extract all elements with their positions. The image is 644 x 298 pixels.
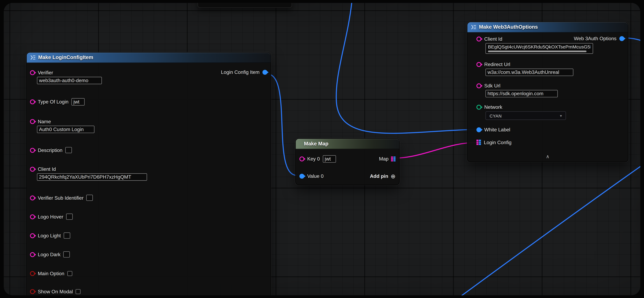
chevron-down-icon: ▾ (560, 114, 562, 118)
node-body: Login Config Item Verifier Type Of Login (27, 63, 270, 295)
input-row-show-on-modal: Show On Modal (30, 288, 266, 294)
show-on-modal-label: Show On Modal (38, 288, 73, 294)
output-row-web3auth-options: Web 3Auth Options (574, 36, 624, 42)
key0-field[interactable] (322, 155, 336, 162)
client-id-value: BEglQSgt4cUWcj6SKRdu5QkOXTsePmMcusG5EAoy… (488, 44, 591, 50)
white-label-label: White Label (484, 127, 510, 132)
description-pin[interactable] (30, 148, 35, 152)
key0-label: Key 0 (307, 156, 320, 162)
input-row-client-id: Client Id (30, 166, 266, 181)
input-row-white-label: White Label (476, 126, 624, 133)
input-row-verifier-sub-identifier: Verifier Sub Identifier (30, 195, 266, 201)
verifier-sub-identifier-field[interactable] (86, 195, 93, 201)
type-of-login-field[interactable] (72, 98, 84, 106)
login-config-pin[interactable] (476, 140, 481, 145)
node-body: Key 0 Map Value 0 Add pin ⊕ (296, 149, 399, 186)
client-id-label: Client Id (484, 36, 502, 42)
main-option-label: Main Option (38, 270, 64, 276)
offscreen-node-top[interactable] (198, 3, 292, 8)
show-on-modal-pin[interactable] (30, 289, 35, 294)
value0-label: Value 0 (307, 173, 324, 179)
logo-dark-label: Logo Dark (38, 252, 60, 257)
input-row-main-option: Main Option (30, 270, 266, 276)
node-title: Make LoginConfigItem (38, 54, 93, 60)
logo-dark-pin[interactable] (30, 252, 35, 257)
sdk-url-field[interactable] (486, 90, 558, 97)
map-output-label: Map (379, 156, 388, 162)
verifier-sub-identifier-label: Verifier Sub Identifier (38, 195, 84, 200)
add-pin-button[interactable]: Add pin ⊕ (370, 173, 396, 179)
input-row-type-of-login: Type Of Login (30, 98, 266, 106)
name-field[interactable] (37, 126, 94, 133)
sdk-url-pin[interactable] (476, 83, 482, 88)
main-option-pin[interactable] (30, 271, 35, 276)
map-row-key0: Key 0 Map (300, 154, 396, 164)
logo-dark-field[interactable] (64, 252, 70, 258)
logo-hover-pin[interactable] (30, 214, 35, 219)
input-row-name: Name (30, 118, 266, 133)
node-title: Make Map (304, 141, 328, 147)
client-id-pin[interactable] (30, 166, 35, 172)
main-option-checkbox[interactable] (67, 271, 72, 276)
verifier-pin[interactable] (30, 70, 35, 75)
output-pin-label: Web 3Auth Options (574, 36, 616, 42)
client-id-label: Client Id (38, 166, 56, 172)
logo-hover-label: Logo Hover (38, 214, 63, 220)
network-dropdown[interactable]: CYAN ▾ (486, 111, 566, 120)
redirect-url-field[interactable] (486, 68, 574, 76)
input-row-logo-hover: Logo Hover (30, 214, 266, 220)
horizontal-scrollbar[interactable] (488, 50, 586, 52)
make-struct-icon (30, 55, 36, 60)
wire-map-to-login-config[interactable] (394, 142, 476, 158)
client-id-pin[interactable] (476, 36, 482, 41)
collapse-chevron-icon[interactable]: ∧ (468, 154, 628, 159)
node-header-make-web3authoptions[interactable]: Make Web3AuthOptions (468, 22, 628, 32)
white-label-pin[interactable] (476, 127, 482, 132)
web3auth-options-output-pin[interactable] (619, 36, 624, 41)
input-row-description: Description (30, 147, 266, 153)
blueprint-graph-canvas[interactable]: Make LoginConfigItem Login Config Item V… (4, 3, 640, 295)
map-output-pin[interactable] (391, 156, 396, 162)
node-header-make-loginconfigitem[interactable]: Make LoginConfigItem (27, 52, 270, 63)
redirect-url-pin[interactable] (476, 62, 482, 67)
make-struct-icon (471, 25, 476, 30)
input-row-network: Network CYAN ▾ (476, 104, 624, 120)
logo-light-field[interactable] (64, 232, 70, 239)
map-row-value0: Value 0 Add pin ⊕ (300, 171, 396, 181)
network-pin[interactable] (476, 104, 482, 110)
logo-light-pin[interactable] (30, 233, 35, 238)
name-label: Name (38, 118, 51, 124)
verifier-field[interactable] (37, 77, 102, 84)
sdk-url-label: Sdk Url (484, 83, 500, 88)
node-header-make-map[interactable]: Make Map (296, 139, 399, 149)
key0-pin[interactable] (300, 156, 304, 162)
input-row-login-config: Login Config (476, 139, 624, 146)
node-body: Web 3Auth Options Client Id BEglQSgt4cUW… (468, 32, 628, 146)
wire-offscreen-to-white-label[interactable] (336, 3, 476, 133)
verifier-label: Verifier (38, 70, 53, 76)
redirect-url-label: Redirect Url (484, 62, 510, 67)
login-config-item-output-pin[interactable] (262, 70, 268, 75)
show-on-modal-checkbox[interactable] (76, 289, 81, 294)
network-selected-value: CYAN (490, 113, 502, 118)
description-field[interactable] (65, 147, 72, 153)
add-pin-label: Add pin (370, 173, 388, 179)
node-make-loginconfigitem[interactable]: Make LoginConfigItem Login Config Item V… (26, 52, 271, 295)
wire-login-config-item-to-value0[interactable] (267, 74, 297, 175)
editor-viewport: Make LoginConfigItem Login Config Item V… (0, 0, 644, 298)
input-row-redirect-url: Redirect Url (476, 61, 624, 76)
type-of-login-pin[interactable] (30, 100, 35, 104)
output-pin-label: Login Config Item (221, 69, 260, 75)
verifier-sub-identifier-pin[interactable] (30, 195, 35, 200)
logo-hover-field[interactable] (66, 214, 73, 220)
input-row-sdk-url: Sdk Url (476, 82, 624, 98)
node-make-web3authoptions[interactable]: Make Web3AuthOptions Web 3Auth Options C… (467, 22, 628, 162)
node-make-map[interactable]: Make Map Key 0 Map (295, 138, 400, 185)
value0-pin[interactable] (300, 174, 304, 179)
output-row-login-config-item: Login Config Item (221, 69, 268, 75)
client-id-field[interactable] (37, 173, 147, 181)
wire-bottom-right-diagonal[interactable] (446, 152, 640, 295)
client-id-field[interactable]: BEglQSgt4cUWcj6SKRdu5QkOXTsePmMcusG5EAoy… (486, 43, 593, 54)
name-pin[interactable] (30, 119, 35, 124)
node-title: Make Web3AuthOptions (479, 24, 538, 30)
